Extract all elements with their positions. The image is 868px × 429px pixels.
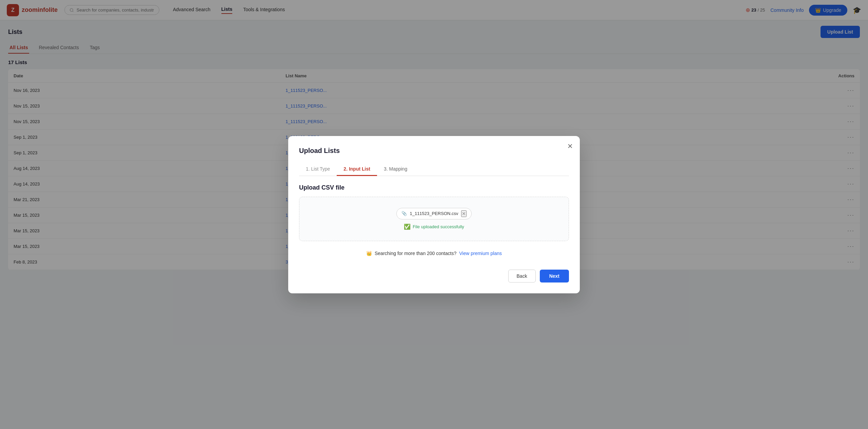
file-chip: 📎 1_111523_PERSON.csv ✕ <box>396 208 471 219</box>
premium-icon: 👑 <box>366 251 372 256</box>
modal-tab-mapping[interactable]: 3. Mapping <box>377 163 414 176</box>
modal-title: Upload Lists <box>299 147 569 155</box>
file-remove-button[interactable]: ✕ <box>461 210 467 217</box>
modal-tab-input-list[interactable]: 2. Input List <box>337 163 377 176</box>
upload-modal: Upload Lists ✕ 1. List Type 2. Input Lis… <box>288 136 580 276</box>
modal-overlay[interactable]: Upload Lists ✕ 1. List Type 2. Input Lis… <box>0 0 868 275</box>
file-attach-icon: 📎 <box>401 211 407 216</box>
premium-text: Searching for more than 200 contacts? <box>375 251 456 256</box>
next-button[interactable]: Next <box>540 270 569 276</box>
success-message: ✅ File uploaded successfully <box>404 223 464 230</box>
modal-tabs: 1. List Type 2. Input List 3. Mapping <box>299 163 569 176</box>
success-icon: ✅ <box>404 223 411 230</box>
upload-area[interactable]: 📎 1_111523_PERSON.csv ✕ ✅ File uploaded … <box>299 197 569 241</box>
section-title: Upload CSV file <box>299 184 569 191</box>
premium-link[interactable]: View premium plans <box>459 251 502 256</box>
file-name: 1_111523_PERSON.csv <box>410 211 458 216</box>
back-button[interactable]: Back <box>508 270 536 276</box>
modal-close-button[interactable]: ✕ <box>567 143 573 150</box>
premium-message: 👑 Searching for more than 200 contacts? … <box>299 251 569 256</box>
modal-footer: Back Next <box>299 270 569 276</box>
modal-tab-list-type[interactable]: 1. List Type <box>299 163 337 176</box>
